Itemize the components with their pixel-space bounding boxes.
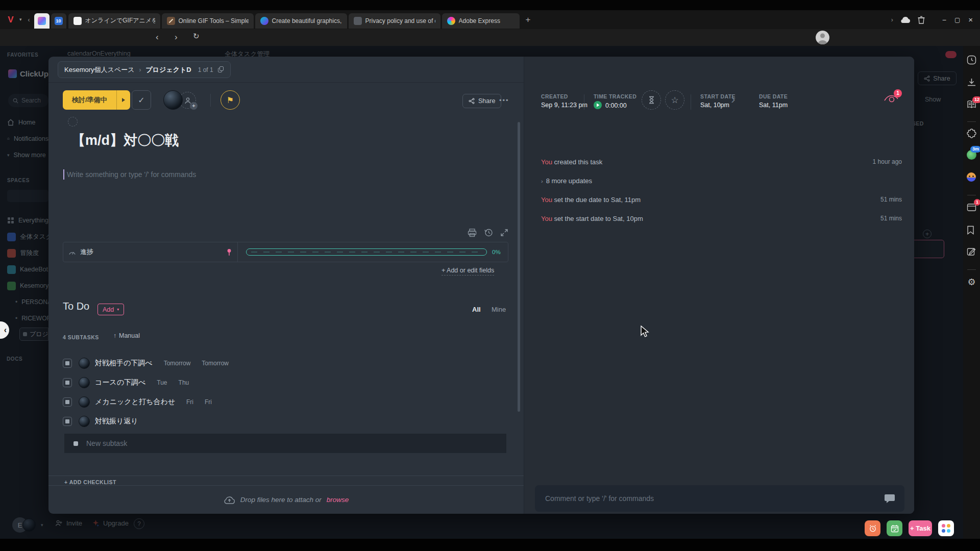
tab-scroll-right-icon[interactable]: › (891, 17, 893, 23)
history-icon[interactable] (484, 228, 493, 237)
more-actions-button[interactable]: ••• (499, 96, 509, 104)
time-tracked-value[interactable]: 0:00:00 (605, 102, 627, 109)
comment-bubble-icon[interactable] (884, 493, 895, 504)
more-updates-toggle[interactable]: ›8 more updates (541, 177, 902, 186)
browser-profile-avatar[interactable] (816, 31, 829, 44)
breadcrumb[interactable]: Kesemory個人スペース › プロジェクトD 1 of 1 (58, 61, 231, 78)
subtask-status-checkbox[interactable] (63, 378, 72, 387)
subtask-due-date[interactable]: Tomorrow (202, 360, 229, 367)
avatar-extension-icon[interactable] (967, 172, 976, 182)
priority-flag-button[interactable]: ⚑ (220, 90, 240, 110)
sort-manual-button[interactable]: ↑ Manual (113, 332, 140, 339)
task-title[interactable]: 【m/d】対〇〇戦 (71, 131, 179, 149)
progress-bar[interactable] (246, 248, 487, 256)
tab-create-graphics[interactable]: Create beautiful graphics, w (255, 13, 347, 29)
tab-scroll-left-icon[interactable]: ‹ (28, 17, 30, 23)
filter-all[interactable]: All (472, 306, 481, 313)
calendar-fab[interactable] (887, 520, 902, 536)
subtask-start-date[interactable]: Tue (157, 379, 167, 386)
created-label: CREATED (541, 93, 568, 99)
settings-gear-icon[interactable]: ⚙ (967, 277, 976, 286)
add-subtask-dropdown[interactable]: Add ▾ (97, 304, 124, 315)
forward-button[interactable]: › (175, 33, 178, 41)
breadcrumb-space[interactable]: Kesemory個人スペース (64, 65, 134, 74)
subtask-row[interactable]: 対戦振り返り (63, 412, 138, 431)
window-maximize-button[interactable]: ▢ (954, 16, 960, 23)
new-subtask-input[interactable]: New subtask (64, 434, 506, 453)
subtask-status-checkbox[interactable] (63, 397, 72, 407)
tab-adobe-express[interactable]: Adobe Express (442, 13, 520, 29)
subtask-due-date[interactable]: Thu (179, 379, 189, 386)
extensions-icon[interactable] (967, 129, 976, 138)
window-panel-icon[interactable]: 1 (967, 203, 976, 213)
due-date-value[interactable]: Sat, 11pm (759, 102, 788, 109)
subtask-status-checkbox[interactable] (63, 359, 72, 368)
description-placeholder[interactable]: Write something or type '/' for commands (67, 170, 196, 179)
back-button[interactable]: ‹ (156, 33, 159, 41)
expand-icon[interactable] (500, 229, 508, 237)
window-close-button[interactable]: × (968, 15, 973, 24)
tab-online-gif-tools[interactable]: Online GIF Tools – Simple, f (162, 13, 254, 29)
subtask-start-date[interactable]: Fri (186, 398, 193, 406)
subtask-assignee-avatar[interactable] (79, 396, 90, 408)
subtask-due-date[interactable]: Fri (205, 398, 212, 406)
sprint-points-button[interactable]: ☆ (665, 90, 684, 110)
subtask-row[interactable]: メカニックと打ち合わせ Fri Fri (63, 392, 212, 412)
pinned-tab-clickup[interactable] (34, 13, 50, 29)
notes-panel-icon[interactable] (967, 247, 976, 257)
activity-entry: You set the due date to Sat, 11pm 51 min… (541, 196, 902, 205)
subtask-start-date[interactable]: Tomorrow (164, 360, 191, 367)
filter-mine[interactable]: Mine (492, 306, 506, 313)
print-icon[interactable] (468, 229, 477, 237)
browse-link[interactable]: browse (327, 496, 349, 504)
subtask-assignee-avatar[interactable] (79, 416, 90, 427)
text-caret (63, 169, 64, 180)
status-button[interactable]: 検討/準備中 (63, 90, 130, 110)
start-date-value[interactable]: Sat, 10pm (700, 102, 729, 109)
new-task-fab[interactable]: + Task (909, 520, 932, 536)
watchers-eye-icon[interactable]: 1 (884, 93, 899, 105)
next-status-button[interactable] (116, 90, 130, 110)
breadcrumb-project[interactable]: プロジェクトD (145, 65, 191, 74)
history-clock-icon[interactable] (967, 55, 976, 65)
downloads-icon[interactable] (967, 78, 976, 87)
description-scrollbar[interactable] (518, 122, 520, 412)
gif-favicon (354, 17, 362, 25)
subtask-assignee-avatar[interactable] (79, 377, 90, 388)
window-minimize-button[interactable]: − (942, 16, 946, 24)
add-checklist-button[interactable]: + ADD CHECKLIST (64, 479, 116, 485)
pinned-tab-secondary[interactable]: 10 (51, 13, 66, 29)
progress-field-label-cell[interactable]: 進捗 (63, 242, 238, 262)
vivaldi-menu-button[interactable]: V (4, 13, 17, 27)
reload-button[interactable]: ↻ (193, 32, 200, 40)
add-emoji-button[interactable] (68, 117, 78, 127)
apps-fab[interactable] (938, 520, 954, 536)
subtask-status-checkbox[interactable] (63, 417, 72, 426)
pin-icon[interactable] (226, 248, 232, 256)
add-fields-link[interactable]: + Add or edit fields (442, 267, 494, 276)
estimate-hourglass-button[interactable] (642, 90, 661, 110)
vivaldi-menu-caret-icon[interactable]: ▾ (19, 17, 22, 22)
assignee-avatar[interactable] (163, 90, 183, 110)
tab-privacy-policy[interactable]: Privacy policy and use of co (349, 13, 440, 29)
tab-gif-anime[interactable]: オンラインでGIFアニメをと (68, 13, 160, 29)
reading-list-icon[interactable]: 12 (967, 100, 976, 110)
copy-link-icon[interactable] (218, 66, 224, 73)
activity-time: 51 mins (880, 215, 902, 222)
comment-input[interactable]: Comment or type '/' for commands (535, 485, 904, 512)
sync-cloud-icon[interactable] (900, 16, 911, 23)
subtask-row[interactable]: 対戦相手の下調べ Tomorrow Tomorrow (63, 354, 229, 373)
attach-dropzone[interactable]: Drop files here to attach or browse (48, 486, 524, 514)
share-button[interactable]: Share (462, 94, 501, 108)
new-tab-button[interactable]: + (526, 15, 531, 24)
subtask-row[interactable]: コースの下調べ Tue Thu (63, 373, 189, 392)
mark-complete-button[interactable]: ✓ (132, 90, 151, 110)
screen: V ▾ ‹ 10 オンラインでGIFアニメをと Online GIF Tools… (0, 0, 980, 551)
reading-list-badge: 12 (972, 96, 980, 103)
subtask-assignee-avatar[interactable] (79, 358, 90, 369)
start-timer-button[interactable] (594, 101, 602, 109)
trash-icon[interactable] (918, 16, 925, 24)
reminder-fab[interactable] (865, 520, 880, 536)
bookmarks-panel-icon[interactable] (967, 226, 976, 235)
timer-extension-icon[interactable]: 3m (967, 150, 976, 160)
